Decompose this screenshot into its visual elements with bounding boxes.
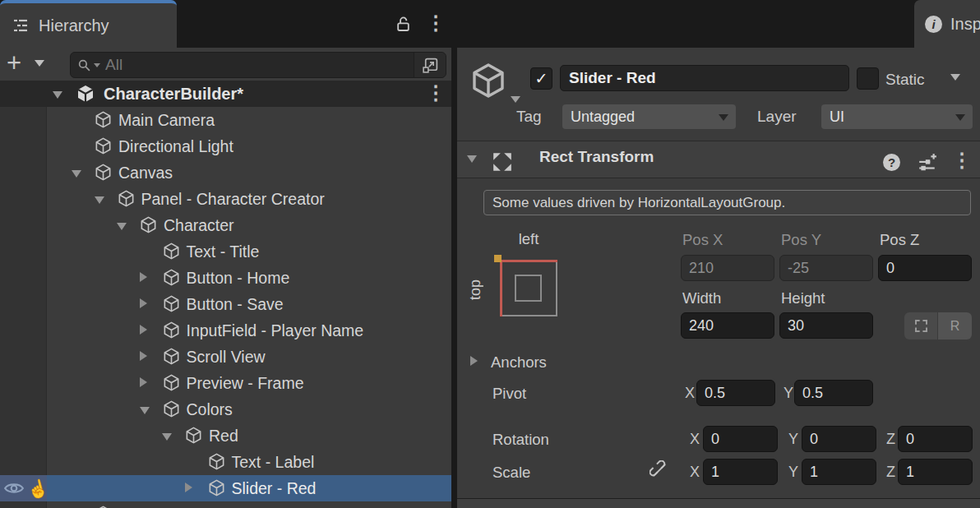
tag-dropdown[interactable]: Untagged <box>562 104 736 129</box>
foldout-closed-icon[interactable] <box>140 377 147 387</box>
gameobject-cube-icon <box>162 242 181 261</box>
rotation-label: Rotation <box>492 431 549 449</box>
hierarchy-item[interactable]: Red <box>0 423 451 449</box>
foldout-closed-icon[interactable] <box>185 483 192 492</box>
tag-caret-icon <box>719 114 728 121</box>
height-field[interactable]: 30 <box>779 312 873 339</box>
next-component-sliver <box>457 499 980 508</box>
anchors-foldout-icon[interactable] <box>470 356 478 366</box>
gameobject-cube-icon <box>94 163 113 182</box>
layout-driven-helpbox: Some values driven by HorizontalLayoutGr… <box>483 190 971 215</box>
help-icon[interactable]: ? <box>883 154 900 171</box>
pos-x-label: Pos X <box>682 231 723 249</box>
gameobject-cube-icon <box>207 452 226 471</box>
hierarchy-item[interactable]: Colors <box>0 396 451 423</box>
tag-value: Untagged <box>571 109 635 125</box>
hierarchy-item-label: Panel - Character Creator <box>141 186 325 212</box>
hierarchy-item-label: Directional Light <box>118 133 233 159</box>
rect-transform-header[interactable] <box>457 141 980 178</box>
gameobject-cube-icon[interactable] <box>469 61 508 100</box>
hierarchy-item[interactable]: InputField - Player Name <box>0 317 451 344</box>
hierarchy-item[interactable]: Preview - Frame <box>0 370 451 396</box>
scale-x-axis-label: X <box>690 459 700 485</box>
gameobject-cube-icon <box>207 478 226 497</box>
pos-y-field: -25 <box>779 255 873 281</box>
hierarchy-item[interactable]: Canvas <box>0 159 451 186</box>
visibility-eye-icon[interactable] <box>3 481 25 496</box>
height-label: Height <box>781 289 825 307</box>
anchor-horizontal-label: left <box>500 230 557 248</box>
scale-link-broken-icon[interactable] <box>649 460 669 480</box>
static-label: Static <box>885 71 925 89</box>
rotation-y-field[interactable]: 0 <box>802 426 876 452</box>
scale-z-field[interactable]: 1 <box>898 459 973 485</box>
hierarchy-item[interactable]: Button - Save <box>0 291 451 317</box>
tag-label: Tag <box>516 108 542 126</box>
hierarchy-item[interactable]: Button - Home <box>0 265 451 291</box>
hierarchy-item-label: Preview - Frame <box>187 370 304 396</box>
object-name-field[interactable]: Slider - Red <box>560 65 849 91</box>
rotation-z-field[interactable]: 0 <box>898 426 973 452</box>
foldout-open-icon[interactable] <box>72 170 81 178</box>
gameobject-icon-caret[interactable] <box>511 96 520 103</box>
rotation-x-field[interactable]: 0 <box>703 426 778 452</box>
width-label: Width <box>682 289 721 307</box>
raw-edit-mode-button[interactable]: R <box>938 312 972 339</box>
gameobject-cube-icon <box>162 399 181 418</box>
foldout-closed-icon[interactable] <box>140 351 147 361</box>
hierarchy-item-label: Button - Home <box>187 265 290 291</box>
static-checkbox[interactable] <box>857 67 879 90</box>
scale-y-axis-label: Y <box>788 459 798 485</box>
rect-transform-foldout-icon[interactable] <box>467 155 477 163</box>
hierarchy-item-label: Character <box>164 212 234 238</box>
presets-icon[interactable] <box>918 153 937 173</box>
hierarchy-item[interactable]: Panel - Character Creator <box>0 186 451 212</box>
rotation-z-axis-label: Z <box>886 426 895 452</box>
pivot-y-field[interactable]: 0.5 <box>794 380 873 406</box>
width-field[interactable]: 240 <box>681 312 774 339</box>
layer-dropdown[interactable]: UI <box>821 104 973 129</box>
pos-x-field: 210 <box>681 255 774 281</box>
panel-divider[interactable] <box>451 0 457 508</box>
gameobject-cube-icon <box>162 268 181 287</box>
active-checkbox[interactable]: ✓ <box>530 67 552 90</box>
hierarchy-item[interactable]: Scroll View <box>0 344 451 370</box>
scale-y-field[interactable]: 1 <box>802 459 876 485</box>
hierarchy-item[interactable]: Text - Label <box>0 449 451 475</box>
static-caret-icon[interactable] <box>950 74 960 81</box>
foldout-open-icon[interactable] <box>162 433 172 441</box>
hierarchy-item-partial[interactable] <box>0 501 451 508</box>
foldout-open-icon[interactable] <box>117 223 127 230</box>
hierarchy-item[interactable]: Text - Title <box>0 238 451 265</box>
scale-x-field[interactable]: 1 <box>703 459 778 485</box>
hierarchy-item[interactable]: Main Camera <box>0 107 451 133</box>
anchor-edge-left <box>500 260 502 316</box>
tab-inspector[interactable]: i Inspector <box>914 0 980 48</box>
hierarchy-item[interactable]: Directional Light <box>0 133 451 159</box>
pickability-hand-icon[interactable]: ☝ <box>25 473 52 504</box>
foldout-closed-icon[interactable] <box>140 298 147 308</box>
foldout-closed-icon[interactable] <box>140 325 147 335</box>
layer-caret-icon <box>955 114 965 121</box>
hierarchy-item[interactable]: ☝Slider - Red <box>0 475 451 501</box>
gameobject-cube-icon <box>162 321 181 339</box>
pivot-y-axis-label: Y <box>784 380 793 406</box>
scale-z-axis-label: Z <box>886 459 895 485</box>
rect-transform-menu-icon[interactable]: ⋮ <box>952 150 972 171</box>
hierarchy-item-label: Scroll View <box>187 344 266 370</box>
foldout-closed-icon[interactable] <box>140 272 147 282</box>
hierarchy-item[interactable]: Character <box>0 212 451 238</box>
pivot-x-field[interactable]: 0.5 <box>696 380 775 406</box>
gameobject-cube-icon <box>139 215 158 234</box>
foldout-open-icon[interactable] <box>95 196 104 204</box>
foldout-open-icon[interactable] <box>140 407 150 414</box>
hierarchy-item-label: Button - Save <box>187 291 284 317</box>
anchor-vertical-label: top <box>467 265 483 314</box>
blueprint-mode-button[interactable] <box>904 312 937 339</box>
layer-value: UI <box>830 109 844 125</box>
pos-z-field[interactable]: 0 <box>878 255 972 281</box>
pivot-x-axis-label: X <box>685 380 695 406</box>
hierarchy-item-label: Text - Label <box>232 449 315 475</box>
anchors-label: Anchors <box>491 353 547 372</box>
hierarchy-item-label: Red <box>209 423 238 449</box>
